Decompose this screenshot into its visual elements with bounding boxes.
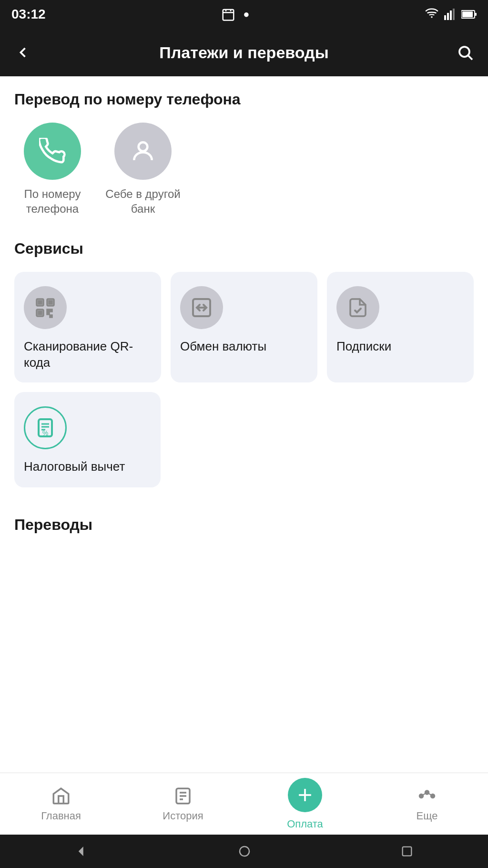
subscriptions-icon-circle [336, 286, 379, 329]
phone-transfer-title: Перевод по номеру телефона [14, 91, 474, 108]
svg-rect-0 [223, 10, 234, 21]
nav-more[interactable]: Еще [366, 786, 488, 822]
transfers-section-peek: Переводы [14, 502, 474, 534]
signal-icon [444, 8, 456, 21]
subscriptions-label: Подписки [336, 339, 391, 355]
header: Платежи и переводы [0, 29, 488, 76]
svg-rect-19 [49, 301, 52, 304]
calendar-icon [221, 7, 235, 21]
services-section: Сервисы Сканирование QR-кода [14, 240, 474, 487]
services-top-row: Сканирование QR-кода Обмен валюты [14, 272, 474, 382]
nav-payment[interactable]: Оплата [244, 778, 366, 830]
svg-point-12 [459, 47, 469, 57]
android-home-button[interactable] [237, 844, 252, 858]
status-bar: 03:12 ● [0, 0, 488, 29]
main-content: Перевод по номеру телефона По номеру тел… [0, 76, 488, 773]
android-nav-bar [0, 835, 488, 868]
home-icon [51, 786, 71, 806]
exchange-icon-circle [180, 286, 223, 329]
phone-icon-circle [24, 123, 81, 180]
qr-icon-circle [24, 286, 67, 329]
svg-point-14 [139, 142, 148, 151]
service-tax-deduction[interactable]: % Налоговый вычет [14, 392, 161, 487]
more-icon [417, 786, 437, 806]
phone-transfer-section: Перевод по номеру телефона По номеру тел… [14, 91, 474, 216]
transfer-self-label: Себе в другой банк [105, 186, 181, 216]
svg-rect-40 [403, 847, 412, 856]
nav-home-label: Главная [41, 810, 81, 822]
service-currency-exchange[interactable]: Обмен валюты [171, 272, 317, 382]
svg-rect-11 [462, 11, 473, 17]
search-button[interactable] [457, 44, 474, 61]
svg-marker-38 [79, 847, 83, 856]
nav-payment-label: Оплата [287, 818, 323, 830]
android-back-button[interactable] [74, 844, 89, 858]
wifi-icon [425, 8, 438, 21]
battery-icon [461, 8, 477, 21]
transfer-by-phone[interactable]: По номеру телефона [14, 123, 91, 216]
tax-icon-circle: % [24, 406, 67, 449]
services-title: Сервисы [14, 240, 474, 258]
svg-rect-18 [39, 301, 41, 304]
payment-add-button[interactable] [288, 778, 322, 812]
svg-point-4 [431, 16, 433, 18]
status-time: 03:12 [11, 7, 46, 22]
currency-exchange-label: Обмен валюты [180, 339, 266, 355]
android-recents-button[interactable] [400, 845, 414, 858]
svg-rect-10 [475, 13, 477, 16]
nav-more-label: Еще [417, 810, 438, 822]
status-center-icons: ● [221, 7, 249, 21]
svg-rect-20 [39, 311, 41, 314]
svg-rect-7 [450, 10, 452, 20]
nav-history[interactable]: История [122, 786, 244, 822]
person-icon-circle [114, 123, 172, 180]
service-subscriptions[interactable]: Подписки [327, 272, 474, 382]
transfer-by-phone-label: По номеру телефона [14, 186, 91, 216]
svg-rect-5 [444, 15, 446, 20]
svg-line-13 [468, 56, 472, 60]
service-qr-scan[interactable]: Сканирование QR-кода [14, 272, 161, 382]
page-title: Платежи и переводы [159, 43, 328, 62]
bottom-nav: Главная История Оплата [0, 773, 488, 835]
dot-icon: ● [243, 8, 249, 21]
tax-deduction-label: Налоговый вычет [24, 459, 125, 475]
qr-scan-label: Сканирование QR-кода [24, 339, 152, 371]
transfer-self-other-bank[interactable]: Себе в другой банк [105, 123, 181, 216]
svg-rect-8 [453, 9, 455, 20]
svg-text:%: % [42, 429, 48, 437]
services-bottom-row: % Налоговый вычет [14, 392, 474, 487]
transfers-title: Переводы [14, 516, 474, 534]
history-icon [173, 786, 193, 806]
svg-rect-6 [447, 13, 449, 20]
back-button[interactable] [14, 44, 31, 61]
status-right-icons [425, 8, 477, 21]
svg-point-39 [240, 847, 249, 856]
nav-history-label: История [163, 810, 203, 822]
nav-home[interactable]: Главная [0, 786, 122, 822]
phone-transfer-items: По номеру телефона Себе в другой банк [14, 123, 474, 216]
